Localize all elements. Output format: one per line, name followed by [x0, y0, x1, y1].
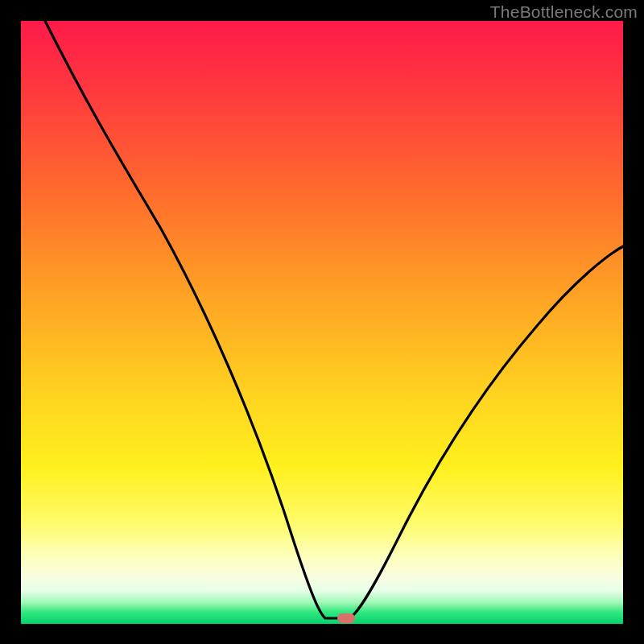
bottleneck-curve — [21, 21, 623, 624]
valley-marker — [337, 613, 355, 623]
plot-area — [21, 21, 623, 624]
watermark-text: TheBottleneck.com — [490, 2, 638, 22]
chart-stage: TheBottleneck.com — [0, 0, 644, 644]
